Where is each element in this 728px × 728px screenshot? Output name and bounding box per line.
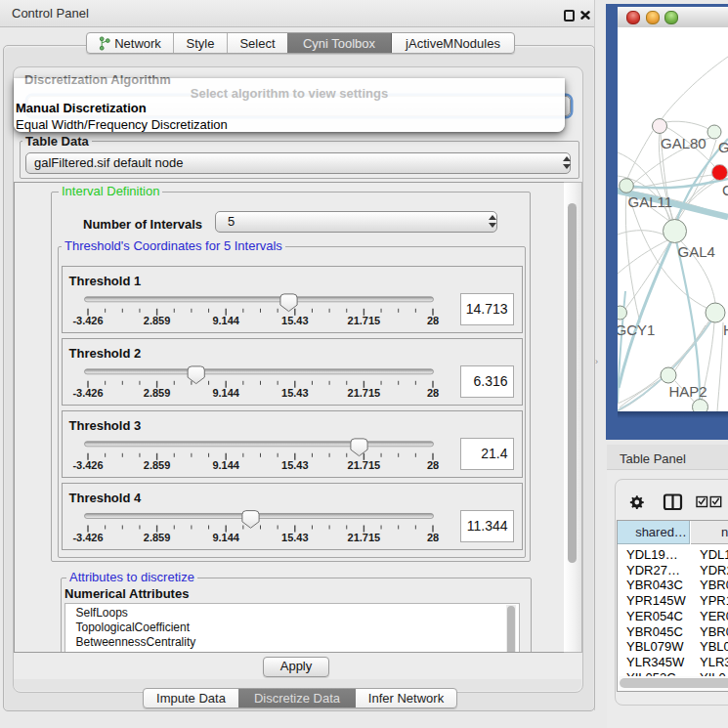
svg-text:GAL4: GAL4 [678, 243, 715, 260]
svg-text:GAL80: GAL80 [661, 135, 707, 151]
svg-text:H: H [723, 321, 728, 338]
svg-text:GCY1: GCY1 [618, 321, 655, 338]
svg-text:HAP2: HAP2 [669, 383, 707, 400]
svg-text:GA: GA [718, 139, 728, 155]
svg-text:C: C [722, 182, 728, 198]
svg-text:GAL11: GAL11 [628, 193, 673, 210]
